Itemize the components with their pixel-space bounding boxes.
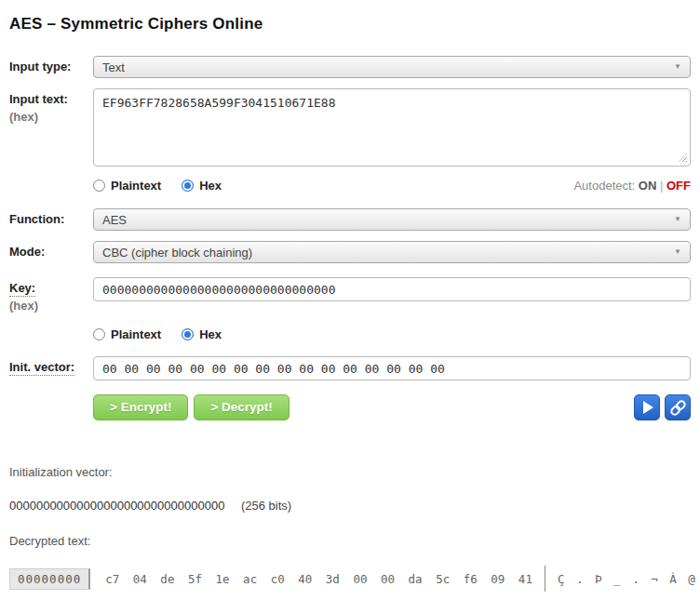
autodetect-off-option[interactable]: OFF (666, 179, 691, 193)
mode-selected-value: CBC (cipher block chaining) (102, 246, 252, 260)
hexdump-row: 00000000 c7 04 de 5f 1e ac c0 40 3d 00 0… (9, 566, 691, 592)
iv-result-heading: Initialization vector: (9, 465, 691, 479)
autodetect-on-option[interactable]: ON (639, 179, 657, 193)
autodetect-control: Autodetect: ON | OFF (573, 179, 691, 193)
key-hex-sublabel: (hex) (9, 299, 93, 313)
key-label: Key: (9, 281, 35, 297)
iv-result-value: 00000000000000000000000000000000 (9, 499, 224, 513)
mode-label: Mode: (9, 241, 93, 259)
input-text-row: Input text: (hex) EF963FF7828658A599F304… (9, 88, 691, 167)
input-plaintext-label[interactable]: Plaintext (111, 179, 161, 193)
autodetect-separator: | (660, 179, 663, 193)
key-input[interactable] (93, 277, 691, 301)
input-format-row: Plaintext Hex Autodetect: ON | OFF (93, 179, 691, 193)
function-row: Function: AES ▼ (9, 208, 691, 231)
input-type-select[interactable]: Text ▼ (93, 56, 691, 78)
key-hex-label[interactable]: Hex (199, 327, 222, 341)
play-icon[interactable] (634, 394, 660, 420)
function-selected-value: AES (102, 213, 127, 227)
hexdump-offset: 00000000 (9, 568, 90, 590)
input-type-label: Input type: (9, 56, 93, 73)
init-vector-row: Init. vector: (9, 356, 691, 380)
chevron-down-icon: ▼ (674, 63, 681, 71)
hexdump-ascii: Ç . Þ _ . ¬ À @ = . . Ú \ ö . A (558, 572, 700, 586)
hexdump-bytes: c7 04 de 5f 1e ac c0 40 3d 00 00 da 5c f… (105, 572, 532, 586)
key-plaintext-label[interactable]: Plaintext (111, 327, 161, 341)
chain-link-icon[interactable] (665, 394, 691, 420)
autodetect-label: Autodetect: (573, 179, 635, 193)
key-plaintext-radio[interactable] (93, 328, 105, 340)
decrypted-text-heading: Decrypted text: (9, 534, 691, 548)
mode-row: Mode: CBC (cipher block chaining) ▼ (9, 241, 691, 263)
input-hex-radio[interactable] (182, 180, 194, 192)
init-vector-label: Init. vector: (9, 360, 74, 376)
chevron-down-icon: ▼ (674, 216, 681, 223)
input-text-label: Input text: (9, 92, 68, 106)
function-label: Function: (9, 208, 93, 226)
function-select[interactable]: AES ▼ (93, 208, 691, 231)
encrypt-button[interactable]: > Encrypt! (93, 394, 188, 420)
input-type-selected-value: Text (102, 60, 125, 74)
hexdump-divider (545, 566, 545, 592)
key-hex-radio[interactable] (182, 328, 194, 340)
key-format-row: Plaintext Hex (93, 327, 691, 341)
mode-select[interactable]: CBC (cipher block chaining) ▼ (93, 241, 691, 263)
decrypt-button[interactable]: > Decrypt! (194, 394, 289, 420)
init-vector-input[interactable] (93, 356, 691, 380)
page-title: AES – Symmetric Ciphers Online (9, 15, 691, 33)
input-hex-label[interactable]: Hex (199, 179, 222, 193)
chevron-down-icon: ▼ (674, 248, 681, 256)
results-section: Initialization vector: 00000000000000000… (9, 465, 691, 600)
input-text-area[interactable]: EF963FF7828658A599F3041510671E88 (93, 88, 691, 167)
aes-tool-page: AES – Symmetric Ciphers Online Input typ… (0, 0, 700, 600)
key-row: Key: (hex) (9, 277, 691, 313)
action-buttons-row: > Encrypt! > Decrypt! (93, 394, 691, 420)
input-plaintext-radio[interactable] (93, 180, 105, 192)
input-type-row: Input type: Text ▼ (9, 56, 691, 78)
iv-bits-length: (256 bits) (241, 499, 291, 513)
input-text-hex-sublabel: (hex) (9, 110, 93, 124)
